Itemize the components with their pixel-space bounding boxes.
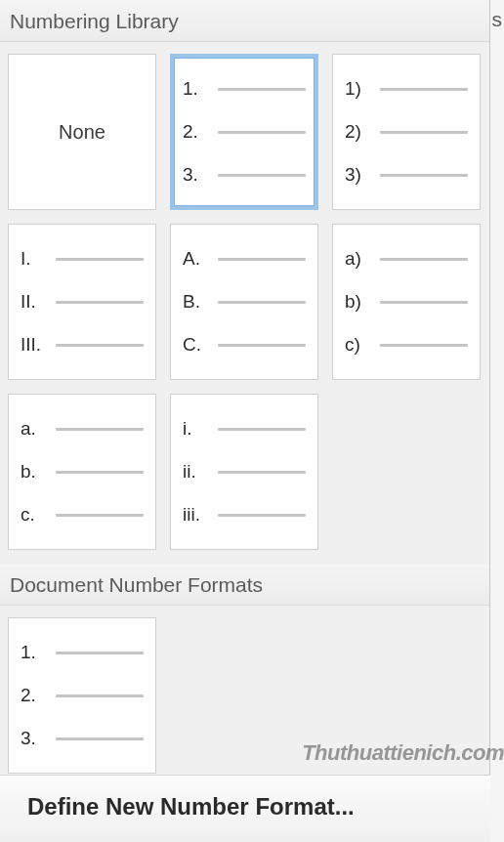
line-icon [218, 88, 306, 91]
list-row: C. [183, 323, 306, 366]
line-icon [56, 428, 144, 431]
numbering-tile-roman-upper[interactable]: I. II. III. [8, 224, 156, 380]
list-row: i. [183, 407, 306, 450]
list-row: 2. [183, 110, 306, 153]
line-icon [56, 695, 144, 697]
numbering-tile-decimal-paren[interactable]: 1) 2) 3) [332, 54, 481, 210]
list-row: iii. [183, 493, 306, 536]
library-header: Numbering Library [0, 0, 489, 42]
line-icon [218, 428, 306, 431]
line-icon [56, 471, 144, 474]
list-row: b) [345, 280, 468, 323]
line-icon [218, 174, 306, 177]
list-row: 2. [21, 674, 144, 717]
list-row: 2) [345, 110, 468, 153]
line-icon [218, 131, 306, 134]
line-icon [380, 131, 468, 134]
list-row: II. [21, 280, 144, 323]
list-row: a) [345, 237, 468, 280]
list-row: III. [21, 323, 144, 366]
line-icon [380, 174, 468, 177]
none-label: None [59, 121, 105, 144]
document-tile-decimal-dot[interactable]: 1. 2. 3. [8, 617, 156, 774]
list-row: I. [21, 237, 144, 280]
cropped-text: s [492, 8, 503, 31]
line-icon [218, 514, 306, 517]
line-icon [56, 737, 144, 740]
line-icon [56, 301, 144, 304]
library-grid: None 1. 2. 3. 1) 2) 3) I. II. III. A. B.… [0, 42, 489, 564]
list-row: 1) [345, 67, 468, 110]
list-row: ii. [183, 450, 306, 493]
numbering-tile-roman-lower[interactable]: i. ii. iii. [170, 394, 318, 550]
line-icon [56, 652, 144, 654]
list-row: a. [21, 407, 144, 450]
line-icon [56, 514, 144, 517]
line-icon [380, 258, 468, 261]
list-row: 3) [345, 153, 468, 196]
line-icon [218, 301, 306, 304]
list-row: A. [183, 237, 306, 280]
numbering-tile-alpha-lower-paren[interactable]: a) b) c) [332, 224, 481, 380]
line-icon [218, 344, 306, 347]
list-row: B. [183, 280, 306, 323]
list-row: 3. [21, 717, 144, 760]
line-icon [380, 344, 468, 347]
numbering-tile-alpha-upper[interactable]: A. B. C. [170, 224, 318, 380]
list-row: b. [21, 450, 144, 493]
line-icon [380, 88, 468, 91]
list-row: 3. [183, 153, 306, 196]
line-icon [380, 301, 468, 304]
line-icon [218, 471, 306, 474]
line-icon [56, 258, 144, 261]
define-new-format-button[interactable]: Define New Number Format... [0, 775, 490, 842]
line-icon [56, 344, 144, 347]
list-row: c) [345, 323, 468, 366]
list-row: 1. [183, 67, 306, 110]
document-formats-header: Document Number Formats [0, 564, 489, 606]
line-icon [218, 258, 306, 261]
list-row: c. [21, 493, 144, 536]
numbering-panel: Numbering Library None 1. 2. 3. 1) 2) 3)… [0, 0, 490, 842]
list-row: 1. [21, 631, 144, 674]
document-grid: 1. 2. 3. [0, 606, 489, 791]
numbering-tile-alpha-lower-dot[interactable]: a. b. c. [8, 394, 156, 550]
numbering-tile-none[interactable]: None [8, 54, 156, 210]
numbering-tile-decimal-dot[interactable]: 1. 2. 3. [170, 54, 318, 210]
